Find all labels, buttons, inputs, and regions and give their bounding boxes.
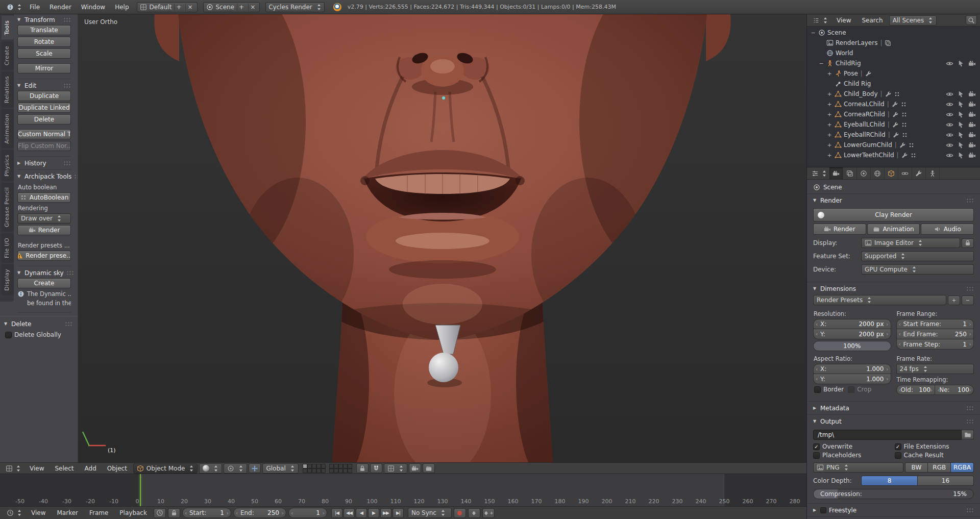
start-frame-field[interactable]: Start:1 [182, 508, 231, 518]
archipack-panel-header[interactable]: ▼Archipack Tools [17, 171, 71, 182]
delete-globally-checkbox[interactable] [5, 332, 12, 338]
mirror-button[interactable]: Mirror [17, 63, 71, 73]
render-button[interactable]: Render [813, 224, 866, 235]
properties-tab-render-layers[interactable] [843, 167, 857, 179]
layer-toggle[interactable] [338, 468, 343, 473]
outliner-row-child-body[interactable]: +Child_Body| [807, 89, 980, 99]
cam-icon[interactable] [968, 90, 976, 98]
lock-interface-toggle[interactable] [962, 238, 974, 248]
tool-tab-file-i-o[interactable]: File I/O [2, 233, 14, 263]
properties-tab-constraints[interactable] [898, 167, 912, 179]
render-preset-button[interactable]: Render prese... [17, 251, 71, 261]
render-display-select[interactable]: Image Editor [861, 238, 960, 248]
format-rgba-button[interactable]: RGBA [951, 462, 974, 473]
outliner-row-cornealchild[interactable]: +CorneaLChild| [807, 99, 980, 109]
viewport-shading-selector[interactable] [199, 463, 222, 474]
menu-view[interactable]: View [27, 506, 50, 519]
properties-tab-world[interactable] [871, 167, 885, 179]
remove-preset-button[interactable]: − [962, 295, 974, 305]
auto-keyframe-toggle[interactable] [454, 508, 466, 518]
layer-toggle[interactable] [307, 464, 312, 468]
duplicate-linked-button[interactable]: Duplicate Linked [17, 103, 71, 113]
menu-window[interactable]: Window [77, 1, 110, 14]
placeholders-checkbox[interactable] [813, 452, 820, 459]
layer-toggle[interactable] [321, 468, 326, 473]
clay-render-button[interactable]: Clay Render [813, 208, 974, 221]
format-rgb-button[interactable]: RGB [928, 462, 951, 473]
screen-layout-selector[interactable]: Default + × [137, 2, 198, 12]
resolution-x-field[interactable]: X:2000 px [813, 319, 891, 329]
menu-marker[interactable]: Marker [52, 506, 82, 519]
expand-icon[interactable]: + [826, 91, 832, 97]
panel-grip-icon[interactable] [63, 83, 71, 88]
marker-dot[interactable] [442, 96, 445, 100]
render-audio-button[interactable]: Audio [921, 224, 974, 235]
layer-toggle[interactable] [348, 468, 352, 473]
cursor-icon[interactable] [957, 121, 965, 129]
layer-toggle[interactable] [303, 468, 307, 473]
resolution-y-field[interactable]: Y:2000 px [813, 329, 891, 339]
menu-select[interactable]: Select [50, 462, 78, 474]
eye-icon[interactable] [946, 101, 953, 108]
menu-frame[interactable]: Frame [85, 506, 113, 519]
delete-layout-button[interactable]: × [185, 4, 194, 11]
render-draw-mode-select[interactable]: Draw over [17, 213, 71, 224]
jump-start-button[interactable]: |◀ [331, 508, 342, 518]
outliner-search-button[interactable] [966, 15, 977, 25]
tool-tab-tools[interactable]: Tools [2, 16, 14, 40]
output-path-field[interactable]: /tmp\ [813, 430, 962, 440]
border-checkbox[interactable] [814, 386, 821, 393]
eye-icon[interactable] [946, 60, 953, 67]
outliner-row-eyeballlchild[interactable]: +EyeballLChild| [807, 119, 980, 130]
cam-icon[interactable] [968, 152, 976, 159]
layer-toggle[interactable] [307, 468, 312, 473]
autoboolean-button[interactable]: AutoBoolean [17, 192, 71, 203]
editor-type-selector[interactable] [4, 508, 24, 518]
file-format-select[interactable]: PNG [813, 462, 903, 473]
expand-icon[interactable]: + [826, 111, 832, 118]
pivot-point-selector[interactable] [224, 463, 247, 474]
collapse-icon[interactable]: − [818, 60, 824, 67]
tool-tab-create[interactable]: Create [2, 41, 14, 70]
3d-viewport[interactable]: User Ortho (1) [78, 14, 806, 462]
outliner-row-scene[interactable]: −Scene [807, 28, 980, 38]
eye-icon[interactable] [946, 90, 953, 98]
eye-icon[interactable] [946, 152, 953, 159]
rotate-button[interactable]: Rotate [17, 37, 71, 47]
outliner-row-child-rig[interactable]: +Child Rig [807, 79, 980, 89]
cam-icon[interactable] [968, 141, 976, 149]
file-browse-button[interactable] [962, 430, 974, 439]
outliner-row-pose[interactable]: +Pose| [807, 68, 980, 79]
expand-icon[interactable]: + [826, 152, 832, 159]
cursor-icon[interactable] [957, 141, 965, 149]
transform-panel-header[interactable]: ▼Transform [17, 14, 71, 25]
tool-tab-display[interactable]: Display [2, 264, 14, 295]
menu-playback[interactable]: Playback [115, 506, 152, 519]
properties-tab-render[interactable] [829, 167, 843, 179]
play-button[interactable]: ▶ [368, 508, 379, 518]
translate-button[interactable]: Translate [17, 25, 71, 35]
tool-tab-physics[interactable]: Physics [2, 150, 14, 181]
panel-grip-icon[interactable] [63, 17, 71, 22]
tool-tab-grease-pencil[interactable]: Grease Pencil [2, 183, 14, 232]
expand-icon[interactable]: + [826, 101, 832, 108]
panel-grip-icon[interactable] [966, 286, 974, 291]
snap-toggle[interactable] [370, 463, 382, 473]
insert-keyframe-button[interactable]: + [482, 508, 495, 518]
cam-icon[interactable] [968, 111, 976, 118]
menu-view[interactable]: View [25, 462, 48, 474]
play-reverse-button[interactable]: ◀ [356, 508, 367, 518]
render-animation-button[interactable]: Animation [867, 224, 920, 235]
compression-slider[interactable]: Compression:15% [813, 489, 974, 499]
outliner-row-childrig[interactable]: −ChildRig [807, 58, 980, 68]
properties-context-breadcrumb[interactable]: Scene [807, 181, 980, 194]
format-bw-button[interactable]: BW [905, 462, 928, 473]
color-depth-8-button[interactable]: 8 [861, 476, 918, 486]
expand-icon[interactable]: + [826, 70, 832, 77]
current-frame-cursor[interactable] [140, 474, 141, 506]
mode-selector[interactable]: Object Mode [133, 463, 198, 474]
layer-toggle[interactable] [334, 468, 338, 473]
dimensions-panel-header[interactable]: ▼Dimensions [813, 283, 974, 294]
delete-scene-button[interactable]: × [248, 4, 257, 11]
prev-keyframe-button[interactable]: ◀◀ [344, 508, 355, 518]
